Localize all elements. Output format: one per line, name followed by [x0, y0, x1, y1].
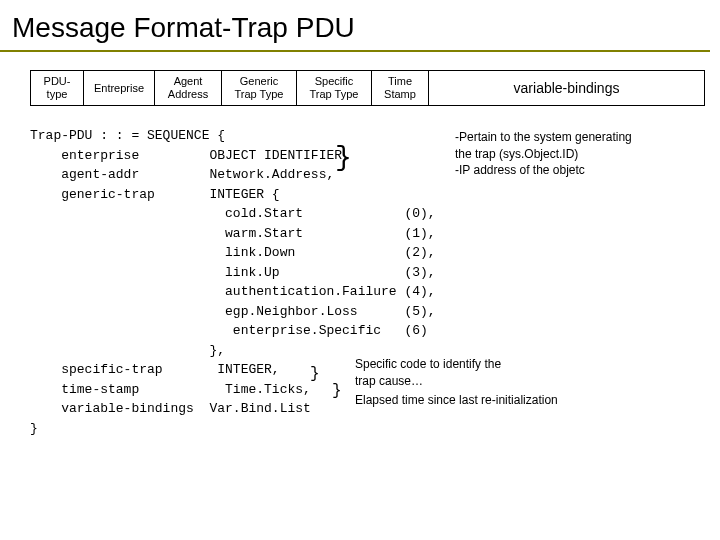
- page-title: Message Format-Trap PDU: [0, 0, 710, 52]
- annotation-time-stamp: Elapsed time since last re-initializatio…: [355, 392, 558, 408]
- brace-icon: }: [332, 383, 342, 399]
- pdu-cell-agent-address: Agent Address: [155, 71, 222, 105]
- pdu-cell-type: PDU- type: [31, 71, 84, 105]
- cell-text: variable-bindings: [435, 80, 698, 97]
- pdu-cell-time-stamp: Time Stamp: [372, 71, 429, 105]
- brace-icon: }: [335, 144, 352, 172]
- cell-text: Entreprise: [90, 82, 148, 95]
- cell-text: Agent: [161, 75, 215, 88]
- cell-text: Stamp: [378, 88, 422, 101]
- pdu-cell-enterprise: Entreprise: [84, 71, 155, 105]
- cell-text: Time: [378, 75, 422, 88]
- pdu-cell-generic-trap: Generic Trap Type: [222, 71, 297, 105]
- code-area: Trap-PDU : : = SEQUENCE { enterprise OBJ…: [30, 126, 720, 438]
- cell-text: Address: [161, 88, 215, 101]
- annotation-specific-trap: Specific code to identify the trap cause…: [355, 356, 501, 388]
- pdu-cell-specific-trap: Specific Trap Type: [297, 71, 372, 105]
- cell-text: type: [37, 88, 77, 101]
- cell-text: PDU-: [37, 75, 77, 88]
- pdu-cell-variable-bindings: variable-bindings: [429, 71, 704, 105]
- cell-text: Trap Type: [228, 88, 290, 101]
- cell-text: Trap Type: [303, 88, 365, 101]
- annotation-enterprise: -Pertain to the system generating the tr…: [455, 129, 632, 178]
- cell-text: Specific: [303, 75, 365, 88]
- pdu-format-row: PDU- type Entreprise Agent Address Gener…: [30, 70, 705, 106]
- brace-icon: }: [310, 366, 320, 382]
- cell-text: Generic: [228, 75, 290, 88]
